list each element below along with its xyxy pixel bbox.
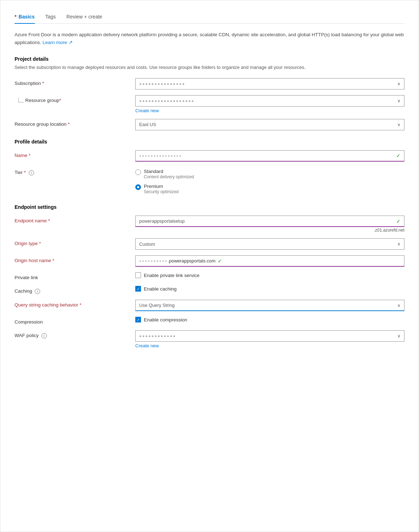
tier-standard-sublabel: Content delivery optimized <box>144 174 194 179</box>
endpoint-name-suffix: .z01.azurefd.net <box>135 228 404 233</box>
tier-label: Tier * i <box>15 167 135 175</box>
waf-row: WAF policy i ●●●●●●●●●●●● ∨ Create new <box>15 330 404 348</box>
waf-create-new-text: Create new <box>135 343 159 348</box>
origin-type-value: Custom <box>139 241 394 247</box>
tier-premium-radio[interactable] <box>135 184 141 190</box>
endpoint-settings-section: Endpoint settings Endpoint name * powera… <box>15 204 404 348</box>
tier-standard-option[interactable]: Standard Content delivery optimized <box>135 167 404 181</box>
tab-tags[interactable]: Tags <box>45 11 56 24</box>
subscription-label: Subscription * <box>15 78 135 86</box>
query-string-dropdown[interactable]: Use Query String ∨ <box>135 300 404 311</box>
name-row: Name * ●●●●●●●●●●●●●●● ✓ <box>15 150 404 162</box>
resource-group-location-control: East US ∨ <box>135 119 404 130</box>
resource-group-label: Resource group * <box>15 95 135 103</box>
tab-tags-label: Tags <box>45 14 56 20</box>
origin-type-arrow-icon: ∨ <box>397 241 401 246</box>
waf-value: ●●●●●●●●●●●● <box>139 334 394 338</box>
project-details-header: Project details <box>15 56 404 62</box>
profile-details-section: Profile details Name * ●●●●●●●●●●●●●●● ✓… <box>15 139 404 196</box>
tab-review-create-label: Review + create <box>66 14 102 20</box>
resource-group-location-required: * <box>68 121 70 127</box>
query-string-row: Query string caching behavior * Use Quer… <box>15 300 404 311</box>
compression-checkbox-row: ✓ Enable compression <box>135 317 404 322</box>
name-required-star: Name * <box>15 153 31 158</box>
compression-checkbox-check-icon: ✓ <box>137 317 140 322</box>
caching-row: Caching i ✓ Enable caching <box>15 286 404 294</box>
caching-checkbox[interactable]: ✓ <box>135 286 141 292</box>
origin-type-label-text: Origin type * <box>15 241 41 246</box>
private-link-checkbox[interactable] <box>135 272 141 278</box>
name-label: Name * <box>15 150 135 158</box>
origin-host-input[interactable]: ●●●●●●●●●● .powerappsportals.com ✓ <box>135 255 404 267</box>
query-string-value: Use Query String <box>139 303 394 308</box>
origin-host-checkmark-icon: ✓ <box>218 258 222 264</box>
origin-host-label-text: Origin host name * <box>15 258 54 263</box>
query-string-label: Query string caching behavior * <box>15 300 135 308</box>
compression-label: Compression <box>15 317 135 325</box>
endpoint-name-value: powerappsportalsetup <box>139 218 394 224</box>
indent-wrap: Resource group * <box>15 98 135 103</box>
tier-control: Standard Content delivery optimized Prem… <box>135 167 404 196</box>
waf-info-icon[interactable]: i <box>42 333 47 338</box>
tier-required-star: * <box>24 170 26 175</box>
resource-group-create-new-link[interactable]: Create new <box>135 108 159 113</box>
name-value: ●●●●●●●●●●●●●●● <box>139 154 394 158</box>
endpoint-settings-header: Endpoint settings <box>15 204 404 210</box>
subscription-required: * <box>42 81 44 86</box>
caching-checkbox-label: Enable caching <box>144 286 176 292</box>
tier-premium-option[interactable]: Premium Security optimized <box>135 182 404 196</box>
origin-type-control: Custom ∨ <box>135 238 404 250</box>
caching-control: ✓ Enable caching <box>135 286 404 292</box>
waf-label: WAF policy i <box>15 330 135 338</box>
endpoint-name-label: Endpoint name * <box>15 216 135 223</box>
name-control: ●●●●●●●●●●●●●●● ✓ <box>135 150 404 162</box>
endpoint-name-input[interactable]: powerappsportalsetup ✓ <box>135 216 404 227</box>
endpoint-settings-fields: Endpoint name * powerappsportalsetup ✓ .… <box>15 216 404 348</box>
required-star-basics: * <box>15 14 16 20</box>
private-link-label: Private link <box>15 272 135 280</box>
private-link-checkbox-label: Enable private link service <box>144 273 200 278</box>
endpoint-name-control: powerappsportalsetup ✓ .z01.azurefd.net <box>135 216 404 233</box>
resource-group-location-dropdown[interactable]: East US ∨ <box>135 119 404 130</box>
tab-review-create[interactable]: Review + create <box>66 11 102 24</box>
caching-info-icon[interactable]: i <box>35 289 40 294</box>
private-link-control: Enable private link service <box>135 272 404 278</box>
origin-type-dropdown[interactable]: Custom ∨ <box>135 238 404 250</box>
tier-info-icon[interactable]: i <box>29 170 34 175</box>
origin-type-row: Origin type * Custom ∨ <box>15 238 404 250</box>
private-link-row: Private link Enable private link service <box>15 272 404 280</box>
resource-group-control: ●●●●●●●●●●●●●●●●●● ∨ Create new <box>135 95 404 113</box>
waf-label-text: WAF policy <box>15 333 39 338</box>
waf-create-new-link[interactable]: Create new <box>135 343 159 348</box>
tier-row: Tier * i Standard Content delivery optim… <box>15 167 404 196</box>
subscription-value: ●●●●●●●●●●●●●●● <box>139 82 394 86</box>
subscription-dropdown[interactable]: ●●●●●●●●●●●●●●● ∨ <box>135 78 404 89</box>
tier-standard-radio[interactable] <box>135 169 141 175</box>
tier-label-text: Tier <box>15 170 23 175</box>
learn-more-link[interactable]: Learn more ↗ <box>43 40 73 45</box>
origin-host-control: ●●●●●●●●●● .powerappsportals.com ✓ <box>135 255 404 267</box>
waf-dropdown[interactable]: ●●●●●●●●●●●● ∨ <box>135 330 404 342</box>
compression-checkbox[interactable]: ✓ <box>135 317 141 322</box>
query-string-label-text: Query string caching behavior * <box>15 302 81 308</box>
resource-group-location-label-text: Resource group location <box>15 121 66 127</box>
subscription-label-text: Subscription <box>15 81 41 86</box>
tier-standard-labels: Standard Content delivery optimized <box>144 169 194 179</box>
name-input[interactable]: ●●●●●●●●●●●●●●● ✓ <box>135 150 404 162</box>
project-details-desc: Select the subscription to manage deploy… <box>15 64 404 71</box>
compression-control: ✓ Enable compression <box>135 317 404 322</box>
resource-group-dropdown[interactable]: ●●●●●●●●●●●●●●●●●● ∨ <box>135 95 404 107</box>
waf-arrow-icon: ∨ <box>397 333 401 338</box>
tab-basics[interactable]: * Basics <box>15 11 35 24</box>
subscription-row: Subscription * ●●●●●●●●●●●●●●● ∨ <box>15 78 404 89</box>
resource-group-row: Resource group * ●●●●●●●●●●●●●●●●●● ∨ Cr… <box>15 95 404 113</box>
tier-standard-label: Standard <box>144 169 194 174</box>
resource-group-location-value: East US <box>139 122 394 127</box>
caching-label-text: Caching <box>15 288 32 294</box>
resource-group-arrow-icon: ∨ <box>397 98 401 103</box>
tab-basics-label: Basics <box>18 14 34 20</box>
waf-control: ●●●●●●●●●●●● ∨ Create new <box>135 330 404 348</box>
compression-checkbox-label: Enable compression <box>144 317 187 322</box>
tier-radio-group: Standard Content delivery optimized Prem… <box>135 167 404 196</box>
caching-checkbox-check-icon: ✓ <box>137 287 140 291</box>
